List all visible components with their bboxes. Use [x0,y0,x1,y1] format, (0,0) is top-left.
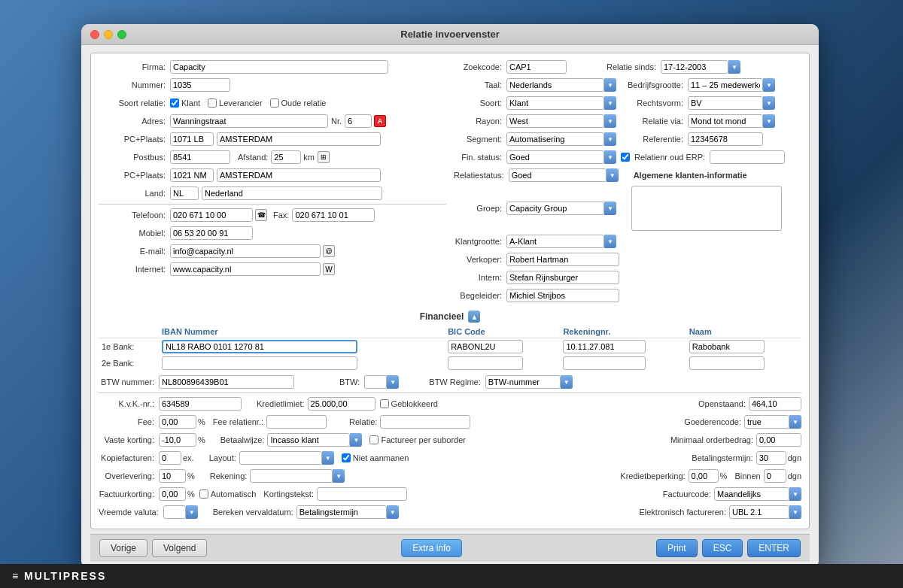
factureer-suborder-checkbox[interactable] [369,435,379,444]
min-order-input[interactable] [756,433,801,447]
enter-button[interactable]: ENTER [747,539,801,557]
factureer-suborder-label[interactable]: Factureer per suborder [369,435,466,444]
vreemde-input[interactable] [163,505,186,519]
rayon-input[interactable] [506,114,604,128]
nr-input[interactable] [345,114,372,128]
btw-regime-input[interactable] [485,375,561,389]
relatie-via-arrow[interactable]: ▼ [763,114,775,128]
goederencode-arrow[interactable]: ▼ [789,415,801,429]
kredietlimiet-input[interactable] [308,397,375,411]
intern-input[interactable] [506,271,619,284]
esc-button[interactable]: ESC [702,539,743,557]
bank1-iban-input[interactable] [162,340,357,353]
bank1-naam-input[interactable] [689,340,765,353]
vreemde-arrow[interactable]: ▼ [186,505,198,519]
taal-arrow[interactable]: ▼ [604,78,616,92]
land-code-input[interactable] [170,186,199,200]
bank1-rek-input[interactable] [563,340,646,353]
geblokkeerd-checkbox[interactable] [380,399,389,408]
relatie-sinds-arrow[interactable]: ▼ [728,60,740,74]
maximize-button[interactable] [117,30,126,39]
betaalwijze-arrow[interactable]: ▼ [350,433,362,447]
automatisch-checkbox[interactable] [199,489,208,499]
layout-input[interactable] [239,451,322,465]
groep-input[interactable] [506,202,604,215]
nummer-input[interactable] [170,78,230,92]
layout-arrow[interactable]: ▼ [322,451,334,465]
rechtsvorm-input[interactable] [688,96,763,110]
minimize-button[interactable] [104,30,113,39]
oude-relatie-checkbox-label[interactable]: Oude relatie [270,99,327,108]
btw-input[interactable] [159,375,294,389]
verkoper-input[interactable] [506,253,619,266]
kopie-input[interactable] [159,451,181,465]
elektronisch-input[interactable] [729,505,789,519]
firma-input[interactable] [170,60,388,74]
pc2-input[interactable] [170,168,214,182]
internet-icon[interactable]: W [323,263,335,275]
referentie-input[interactable] [688,132,763,146]
rekening-input[interactable] [250,469,333,483]
bank1-bic-input[interactable] [448,340,523,353]
algemeen-textarea[interactable] [631,186,782,231]
klant-checkbox[interactable] [170,99,179,108]
begeleider-input[interactable] [506,289,619,302]
soort-arrow[interactable]: ▼ [604,96,616,110]
segment-arrow[interactable]: ▼ [604,132,616,146]
print-button[interactable]: Print [656,539,698,557]
betaalwijze-input[interactable] [267,433,350,447]
close-button[interactable] [90,30,99,39]
plaats1-input[interactable] [217,132,381,146]
bedrijfsgrootte-input[interactable] [688,78,763,92]
land-naam-input[interactable] [202,186,382,200]
telefoon-input[interactable] [170,208,253,222]
oude-relatie-checkbox[interactable] [270,99,279,108]
soort-input[interactable] [506,96,604,110]
plaats2-input[interactable] [217,168,381,182]
postbus-input[interactable] [170,150,230,164]
fin-status-arrow[interactable]: ▼ [604,150,616,164]
factuurcode-arrow[interactable]: ▼ [789,487,801,501]
geblokkeerd-label[interactable]: Geblokkeerd [380,399,438,408]
niet-aanmanen-label[interactable]: Niet aanmanen [342,453,409,462]
zoekcode-input[interactable] [506,60,567,74]
bank2-rek-input[interactable] [563,356,646,370]
fax-input[interactable] [292,208,375,222]
bedrijfsgrootte-arrow[interactable]: ▼ [763,78,775,92]
rayon-arrow[interactable]: ▼ [604,114,616,128]
klantgrootte-input[interactable] [506,235,604,248]
leverancier-checkbox[interactable] [208,99,217,108]
binnen-input[interactable] [764,469,786,483]
segment-input[interactable] [506,132,604,146]
factuurkorting-input[interactable] [159,487,186,501]
betalingstermijn-input[interactable] [756,451,786,465]
btw-pct-input[interactable] [364,375,387,389]
adres-input[interactable] [170,114,328,128]
leverancier-checkbox-label[interactable]: Leverancier [208,99,262,108]
relatie-field-input[interactable] [380,415,470,429]
kortingstekst-input[interactable] [317,487,407,501]
klantgrootte-arrow[interactable]: ▼ [604,235,616,248]
bank2-naam-input[interactable] [689,356,765,370]
adres-icon[interactable]: A [374,115,386,127]
openstaand-input[interactable] [749,397,801,411]
fin-status-checkbox[interactable] [621,153,630,162]
kvk-input[interactable] [159,397,242,411]
btw-regime-arrow[interactable]: ▼ [561,375,573,389]
extra-info-button[interactable]: Extra info [401,539,462,557]
relatie-via-input[interactable] [688,114,763,128]
rekening-arrow[interactable]: ▼ [333,469,345,483]
bank2-iban-input[interactable] [162,356,357,370]
bereken-input[interactable] [296,505,387,519]
internet-input[interactable] [170,262,321,276]
fin-status-input[interactable] [506,150,604,164]
postbus-icon[interactable]: ⊞ [318,151,330,163]
btw-arrow[interactable]: ▼ [387,375,399,389]
klant-checkbox-label[interactable]: Klant [170,99,200,108]
groep-arrow[interactable]: ▼ [604,202,616,215]
email-input[interactable] [170,244,321,258]
kredietbeperking-input[interactable] [689,469,719,483]
overlevering-input[interactable] [159,469,186,483]
fee-rel-input[interactable] [266,415,327,429]
vaste-korting-input[interactable] [159,433,196,447]
